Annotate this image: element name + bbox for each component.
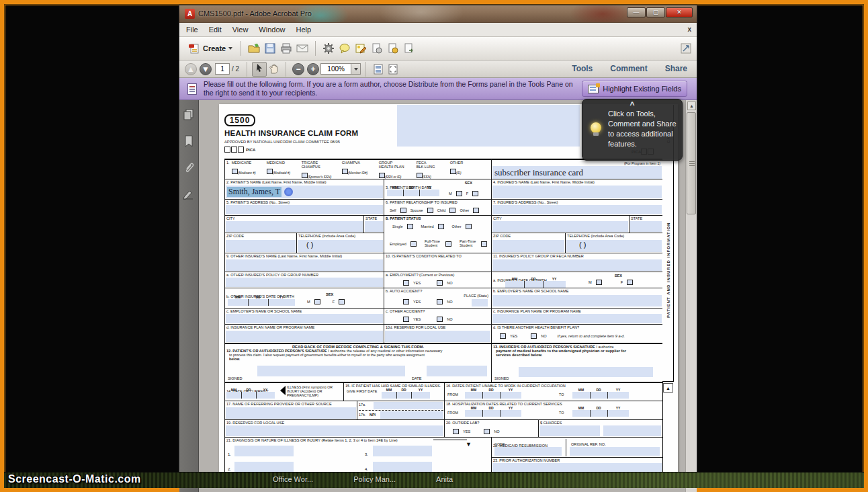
patient-name-value[interactable]: Smith, James, T: [227, 187, 281, 197]
attachments-paperclip-icon[interactable]: [183, 162, 194, 174]
close-button[interactable]: ✕: [666, 7, 693, 17]
customize-toolbar-button[interactable]: [681, 43, 691, 56]
page-thumbnails-icon[interactable]: [183, 108, 195, 120]
checkbox-medicaid[interactable]: [267, 169, 273, 174]
scrollbar-up-arrow[interactable]: ▲: [687, 101, 696, 110]
checkbox-otheracc-no[interactable]: [437, 317, 443, 322]
page-number-input[interactable]: [215, 63, 230, 75]
signatures-icon[interactable]: [183, 189, 195, 200]
other-insured-dob-cells[interactable]: [228, 299, 295, 306]
vertical-scrollbar[interactable]: ▲: [685, 100, 697, 492]
other-insured-policy-field[interactable]: [226, 278, 383, 287]
checkbox-benefit-yes[interactable]: [500, 333, 506, 339]
auto-accident-place-field[interactable]: [472, 299, 488, 306]
checkbox-champva[interactable]: [342, 169, 348, 174]
export-doc-button[interactable]: [371, 42, 383, 54]
checkbox-insured-sex-f[interactable]: [627, 280, 633, 285]
checkbox-status-other[interactable]: [466, 224, 472, 229]
share-pane-button[interactable]: Share: [665, 64, 687, 73]
email-button[interactable]: [296, 42, 308, 54]
checkbox-benefit-no[interactable]: [531, 333, 537, 339]
settings-button[interactable]: [322, 42, 335, 54]
minimize-button[interactable]: —: [627, 7, 646, 17]
checkbox-status-single[interactable]: [407, 224, 413, 229]
checkbox-auto-yes[interactable]: [403, 299, 409, 304]
checkbox-employed[interactable]: [410, 241, 417, 247]
checkbox-employment-yes[interactable]: [403, 280, 409, 286]
charges-field-2[interactable]: [603, 425, 661, 436]
fit-page-button[interactable]: [388, 64, 398, 75]
hosp-from-cells[interactable]: [465, 410, 521, 417]
hosp-to-cells[interactable]: [572, 410, 629, 417]
checkbox-other-sex-f[interactable]: [339, 299, 345, 304]
original-ref-field[interactable]: [570, 447, 660, 456]
checkbox-tricare[interactable]: [302, 173, 308, 178]
title-bar[interactable]: A CMS1500.pdf - Adobe Acrobat Pro — ▢ ✕: [179, 5, 697, 23]
zoom-out-button[interactable]: −: [292, 63, 304, 75]
open-button[interactable]: [248, 42, 260, 54]
checkbox-insured-sex-m[interactable]: [596, 280, 602, 285]
birth-date-cells[interactable]: [387, 190, 439, 196]
patient-city-field[interactable]: [226, 221, 363, 232]
menu-window[interactable]: Window: [259, 26, 285, 34]
insured-id-value[interactable]: subscriber insurance card: [494, 167, 583, 178]
maximize-button[interactable]: ▢: [646, 7, 665, 17]
diagnosis-3-field[interactable]: [373, 446, 432, 456]
form-highlight-button[interactable]: [355, 42, 367, 54]
zoom-dropdown-caret[interactable]: [351, 63, 361, 75]
patient-signature-field[interactable]: [257, 366, 405, 376]
taskbar-item-office[interactable]: Office Wor...: [273, 475, 313, 483]
insured-employer-field[interactable]: [492, 295, 662, 306]
charges-field[interactable]: [539, 425, 600, 436]
reserved-local-field[interactable]: [226, 425, 443, 436]
policy-group-field[interactable]: [492, 259, 662, 271]
other-plan-field[interactable]: [226, 331, 383, 342]
checkbox-auto-no[interactable]: [437, 299, 443, 304]
field-17b-npi-value[interactable]: [380, 411, 443, 419]
zoom-in-button[interactable]: +: [307, 63, 319, 75]
insured-dob-cells[interactable]: [505, 281, 566, 288]
send-doc-button[interactable]: [403, 42, 415, 54]
unable-to-cells[interactable]: [572, 392, 629, 399]
checkbox-otheracc-yes[interactable]: [403, 317, 409, 322]
menubar-close-icon[interactable]: x: [687, 26, 691, 33]
tools-pane-button[interactable]: Tools: [572, 64, 593, 73]
next-page-button[interactable]: ▼: [200, 63, 212, 75]
menu-edit[interactable]: Edit: [209, 26, 222, 34]
checkbox-parttime-student[interactable]: [481, 241, 487, 247]
highlight-existing-fields-button[interactable]: Highlight Existing Fields: [582, 81, 687, 97]
select-tool-button[interactable]: [252, 62, 267, 77]
insured-zip-field[interactable]: [492, 240, 564, 252]
patient-zip-field[interactable]: [226, 240, 296, 252]
comment-bubble-button[interactable]: [339, 42, 351, 54]
menu-view[interactable]: View: [232, 26, 249, 34]
insured-city-field[interactable]: [492, 221, 628, 232]
first-date-cells[interactable]: [382, 392, 430, 399]
taskbar-item-anita[interactable]: Anita: [436, 475, 453, 483]
checkbox-rel-self[interactable]: [400, 208, 406, 213]
field-17a-value[interactable]: [374, 402, 443, 409]
checkbox-medicare[interactable]: [232, 169, 238, 174]
print-button[interactable]: [280, 42, 292, 54]
checkbox-sex-f[interactable]: [472, 191, 478, 196]
previous-page-button[interactable]: ▲: [185, 63, 197, 75]
create-button[interactable]: Create: [185, 40, 236, 56]
checkbox-rel-child[interactable]: [449, 208, 455, 213]
other-employer-field[interactable]: [226, 314, 383, 323]
checkbox-other-insurance[interactable]: [450, 169, 456, 174]
insured-plan-field[interactable]: [492, 314, 662, 323]
menu-help[interactable]: Help: [296, 26, 311, 34]
diagnosis-1-field[interactable]: [234, 446, 294, 456]
hand-tool-button[interactable]: [269, 64, 279, 74]
insured-signature-field[interactable]: [519, 367, 653, 377]
checkbox-feca[interactable]: [417, 173, 423, 178]
comment-pane-button[interactable]: Comment: [610, 64, 647, 73]
patient-state-field[interactable]: [365, 221, 383, 232]
diagnosis-2-field[interactable]: [234, 462, 294, 472]
checkbox-lab-yes[interactable]: [453, 429, 459, 434]
scrollbar-thumb[interactable]: [687, 112, 696, 214]
menu-file[interactable]: File: [186, 26, 198, 34]
bookmarks-icon[interactable]: [183, 135, 194, 147]
checkbox-status-married[interactable]: [438, 224, 444, 229]
insured-name-field[interactable]: [492, 186, 662, 198]
